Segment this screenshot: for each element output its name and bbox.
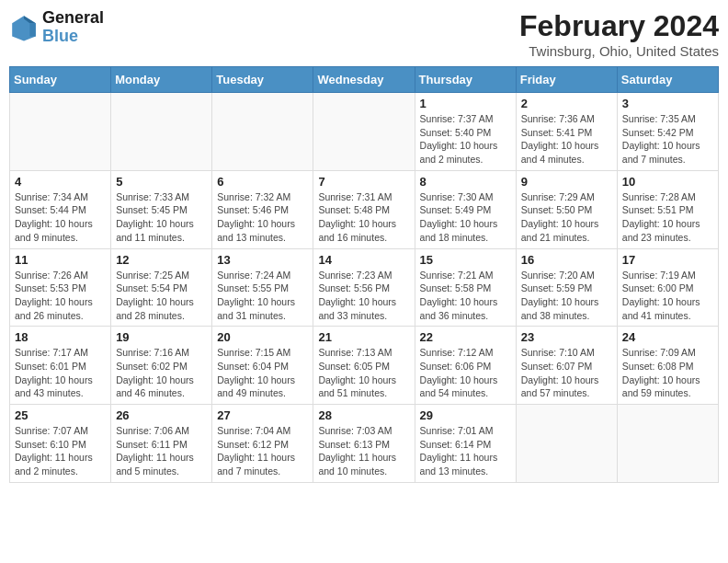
day-number: 24 [622, 330, 713, 344]
calendar-cell: 22Sunrise: 7:12 AM Sunset: 6:06 PM Dayli… [415, 327, 516, 405]
calendar-week-row-5: 25Sunrise: 7:07 AM Sunset: 6:10 PM Dayli… [10, 405, 719, 483]
day-info: Sunrise: 7:21 AM Sunset: 5:58 PM Dayligh… [420, 269, 511, 323]
calendar-cell: 29Sunrise: 7:01 AM Sunset: 6:14 PM Dayli… [415, 405, 516, 483]
day-info: Sunrise: 7:23 AM Sunset: 5:56 PM Dayligh… [318, 269, 409, 323]
weekday-header-wednesday: Wednesday [313, 67, 415, 93]
day-number: 25 [15, 408, 106, 422]
calendar-cell: 25Sunrise: 7:07 AM Sunset: 6:10 PM Dayli… [10, 405, 111, 483]
day-info: Sunrise: 7:32 AM Sunset: 5:46 PM Dayligh… [217, 190, 308, 245]
day-number: 10 [622, 175, 713, 189]
svg-marker-2 [29, 23, 35, 36]
calendar-week-row-4: 18Sunrise: 7:17 AM Sunset: 6:01 PM Dayli… [10, 327, 719, 405]
day-info: Sunrise: 7:01 AM Sunset: 6:14 PM Dayligh… [420, 424, 511, 478]
day-info: Sunrise: 7:07 AM Sunset: 6:10 PM Dayligh… [15, 424, 106, 478]
day-number: 14 [318, 253, 409, 267]
calendar-cell: 24Sunrise: 7:09 AM Sunset: 6:08 PM Dayli… [617, 327, 718, 405]
calendar-cell [516, 405, 617, 483]
calendar-cell: 7Sunrise: 7:31 AM Sunset: 5:48 PM Daylig… [313, 170, 415, 248]
logo-icon [9, 13, 39, 42]
calendar-cell: 6Sunrise: 7:32 AM Sunset: 5:46 PM Daylig… [212, 170, 313, 248]
weekday-header-saturday: Saturday [617, 67, 718, 93]
calendar-week-row-3: 11Sunrise: 7:26 AM Sunset: 5:53 PM Dayli… [10, 248, 719, 327]
day-info: Sunrise: 7:06 AM Sunset: 6:11 PM Dayligh… [116, 424, 207, 478]
day-info: Sunrise: 7:36 AM Sunset: 5:41 PM Dayligh… [521, 112, 612, 167]
calendar-cell: 26Sunrise: 7:06 AM Sunset: 6:11 PM Dayli… [111, 405, 212, 483]
day-number: 8 [420, 175, 511, 189]
day-info: Sunrise: 7:35 AM Sunset: 5:42 PM Dayligh… [622, 112, 713, 167]
calendar-cell: 17Sunrise: 7:19 AM Sunset: 6:00 PM Dayli… [617, 248, 718, 327]
calendar-cell: 16Sunrise: 7:20 AM Sunset: 5:59 PM Dayli… [516, 248, 617, 327]
day-number: 29 [420, 408, 511, 422]
weekday-header-row: SundayMondayTuesdayWednesdayThursdayFrid… [10, 67, 719, 93]
calendar-cell: 1Sunrise: 7:37 AM Sunset: 5:40 PM Daylig… [415, 93, 516, 171]
calendar-cell: 14Sunrise: 7:23 AM Sunset: 5:56 PM Dayli… [313, 248, 415, 327]
day-number: 4 [15, 175, 106, 189]
calendar-cell: 5Sunrise: 7:33 AM Sunset: 5:45 PM Daylig… [111, 170, 212, 248]
calendar-cell: 28Sunrise: 7:03 AM Sunset: 6:13 PM Dayli… [313, 405, 415, 483]
day-number: 18 [15, 330, 106, 344]
calendar-cell: 15Sunrise: 7:21 AM Sunset: 5:58 PM Dayli… [415, 248, 516, 327]
day-number: 16 [521, 253, 612, 267]
weekday-header-sunday: Sunday [10, 67, 111, 93]
day-info: Sunrise: 7:15 AM Sunset: 6:04 PM Dayligh… [217, 346, 308, 400]
day-info: Sunrise: 7:03 AM Sunset: 6:13 PM Dayligh… [318, 424, 409, 478]
calendar-cell [313, 93, 415, 171]
day-number: 1 [420, 97, 511, 110]
weekday-header-thursday: Thursday [415, 67, 516, 93]
day-info: Sunrise: 7:24 AM Sunset: 5:55 PM Dayligh… [217, 269, 308, 323]
main-title: February 2024 [519, 9, 719, 43]
calendar-cell: 2Sunrise: 7:36 AM Sunset: 5:41 PM Daylig… [516, 93, 617, 171]
day-info: Sunrise: 7:37 AM Sunset: 5:40 PM Dayligh… [420, 112, 511, 167]
calendar-cell: 21Sunrise: 7:13 AM Sunset: 6:05 PM Dayli… [313, 327, 415, 405]
day-number: 6 [217, 175, 308, 189]
day-number: 11 [15, 253, 106, 267]
day-number: 13 [217, 253, 308, 267]
calendar-cell: 9Sunrise: 7:29 AM Sunset: 5:50 PM Daylig… [516, 170, 617, 248]
logo: General Blue [9, 9, 104, 46]
day-info: Sunrise: 7:10 AM Sunset: 6:07 PM Dayligh… [521, 346, 612, 400]
day-number: 5 [116, 175, 207, 189]
logo-text: General Blue [42, 9, 104, 46]
calendar-cell: 18Sunrise: 7:17 AM Sunset: 6:01 PM Dayli… [10, 327, 111, 405]
calendar-cell: 13Sunrise: 7:24 AM Sunset: 5:55 PM Dayli… [212, 248, 313, 327]
day-number: 3 [622, 97, 713, 110]
day-number: 15 [420, 253, 511, 267]
weekday-header-tuesday: Tuesday [212, 67, 313, 93]
calendar-cell: 11Sunrise: 7:26 AM Sunset: 5:53 PM Dayli… [10, 248, 111, 327]
subtitle: Twinsburg, Ohio, United States [519, 43, 719, 59]
day-info: Sunrise: 7:04 AM Sunset: 6:12 PM Dayligh… [217, 424, 308, 478]
day-number: 26 [116, 408, 207, 422]
day-info: Sunrise: 7:28 AM Sunset: 5:51 PM Dayligh… [622, 190, 713, 245]
day-info: Sunrise: 7:13 AM Sunset: 6:05 PM Dayligh… [318, 346, 409, 400]
calendar-cell: 10Sunrise: 7:28 AM Sunset: 5:51 PM Dayli… [617, 170, 718, 248]
day-info: Sunrise: 7:29 AM Sunset: 5:50 PM Dayligh… [521, 190, 612, 245]
calendar-cell: 8Sunrise: 7:30 AM Sunset: 5:49 PM Daylig… [415, 170, 516, 248]
page-header: General Blue February 2024 Twinsburg, Oh… [9, 9, 719, 59]
calendar-week-row-2: 4Sunrise: 7:34 AM Sunset: 5:44 PM Daylig… [10, 170, 719, 248]
day-info: Sunrise: 7:19 AM Sunset: 6:00 PM Dayligh… [622, 269, 713, 323]
calendar-cell: 3Sunrise: 7:35 AM Sunset: 5:42 PM Daylig… [617, 93, 718, 171]
day-number: 9 [521, 175, 612, 189]
day-info: Sunrise: 7:25 AM Sunset: 5:54 PM Dayligh… [116, 269, 207, 323]
day-number: 2 [521, 97, 612, 110]
calendar-cell [212, 93, 313, 171]
day-number: 19 [116, 330, 207, 344]
weekday-header-monday: Monday [111, 67, 212, 93]
day-info: Sunrise: 7:31 AM Sunset: 5:48 PM Dayligh… [318, 190, 409, 245]
title-block: February 2024 Twinsburg, Ohio, United St… [519, 9, 719, 59]
calendar-cell: 19Sunrise: 7:16 AM Sunset: 6:02 PM Dayli… [111, 327, 212, 405]
day-info: Sunrise: 7:30 AM Sunset: 5:49 PM Dayligh… [420, 190, 511, 245]
day-number: 27 [217, 408, 308, 422]
weekday-header-friday: Friday [516, 67, 617, 93]
calendar-cell: 27Sunrise: 7:04 AM Sunset: 6:12 PM Dayli… [212, 405, 313, 483]
calendar-cell [617, 405, 718, 483]
day-info: Sunrise: 7:34 AM Sunset: 5:44 PM Dayligh… [15, 190, 106, 245]
day-number: 22 [420, 330, 511, 344]
day-info: Sunrise: 7:12 AM Sunset: 6:06 PM Dayligh… [420, 346, 511, 400]
calendar-cell: 4Sunrise: 7:34 AM Sunset: 5:44 PM Daylig… [10, 170, 111, 248]
day-number: 23 [521, 330, 612, 344]
calendar-cell: 20Sunrise: 7:15 AM Sunset: 6:04 PM Dayli… [212, 327, 313, 405]
calendar-week-row-1: 1Sunrise: 7:37 AM Sunset: 5:40 PM Daylig… [10, 93, 719, 171]
day-number: 7 [318, 175, 409, 189]
calendar-cell: 23Sunrise: 7:10 AM Sunset: 6:07 PM Dayli… [516, 327, 617, 405]
